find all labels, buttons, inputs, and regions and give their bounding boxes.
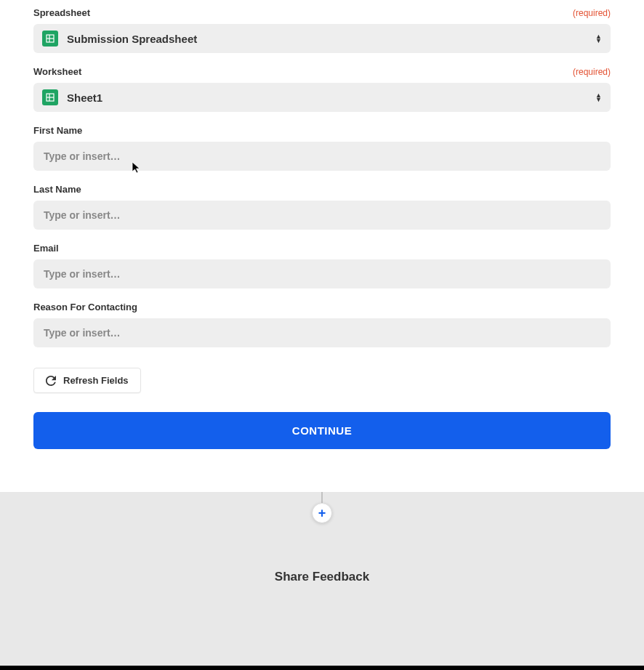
reason-label: Reason For Contacting bbox=[33, 302, 137, 312]
continue-label: CONTINUE bbox=[292, 424, 352, 437]
field-header: First Name bbox=[33, 125, 611, 136]
spreadsheet-value: Submission Spreadsheet bbox=[67, 33, 595, 45]
field-header: Reason For Contacting bbox=[33, 302, 611, 312]
bottom-border bbox=[0, 666, 644, 670]
spreadsheet-label: Spreadsheet bbox=[33, 7, 90, 18]
field-header: Worksheet (required) bbox=[33, 66, 611, 77]
share-feedback-text[interactable]: Share Feedback bbox=[275, 570, 369, 584]
connector-line bbox=[322, 492, 323, 504]
field-header: Spreadsheet (required) bbox=[33, 7, 611, 18]
required-indicator: (required) bbox=[573, 67, 611, 77]
select-arrows-icon: ▲▼ bbox=[595, 34, 602, 43]
sheets-icon bbox=[42, 31, 58, 47]
first-name-input[interactable] bbox=[33, 142, 611, 171]
sheets-icon bbox=[42, 89, 58, 105]
field-group-email: Email bbox=[33, 243, 611, 288]
field-header: Last Name bbox=[33, 184, 611, 195]
worksheet-value: Sheet1 bbox=[67, 92, 595, 104]
email-label: Email bbox=[33, 243, 59, 254]
plus-icon: + bbox=[318, 506, 326, 521]
form-container: Spreadsheet (required) Submission Spread… bbox=[0, 0, 644, 471]
continue-button[interactable]: CONTINUE bbox=[33, 412, 611, 449]
refresh-wrap: Refresh Fields bbox=[33, 368, 611, 393]
field-group-worksheet: Worksheet (required) Sheet1 ▲▼ bbox=[33, 66, 611, 112]
refresh-fields-button[interactable]: Refresh Fields bbox=[33, 368, 141, 393]
last-name-label: Last Name bbox=[33, 184, 81, 195]
worksheet-label: Worksheet bbox=[33, 66, 81, 77]
canvas-area: + Share Feedback bbox=[0, 492, 644, 666]
field-header: Email bbox=[33, 243, 611, 254]
first-name-label: First Name bbox=[33, 125, 82, 136]
field-group-reason: Reason For Contacting bbox=[33, 302, 611, 347]
spreadsheet-select[interactable]: Submission Spreadsheet ▲▼ bbox=[33, 24, 611, 53]
required-indicator: (required) bbox=[573, 8, 611, 18]
reason-input[interactable] bbox=[33, 318, 611, 347]
last-name-input[interactable] bbox=[33, 201, 611, 230]
email-input[interactable] bbox=[33, 259, 611, 288]
refresh-label: Refresh Fields bbox=[63, 375, 129, 386]
field-group-first-name: First Name bbox=[33, 125, 611, 171]
field-group-last-name: Last Name bbox=[33, 184, 611, 230]
add-step-button[interactable]: + bbox=[312, 503, 332, 523]
refresh-icon bbox=[46, 376, 56, 386]
field-group-spreadsheet: Spreadsheet (required) Submission Spread… bbox=[33, 7, 611, 53]
worksheet-select[interactable]: Sheet1 ▲▼ bbox=[33, 83, 611, 112]
select-arrows-icon: ▲▼ bbox=[595, 93, 602, 102]
